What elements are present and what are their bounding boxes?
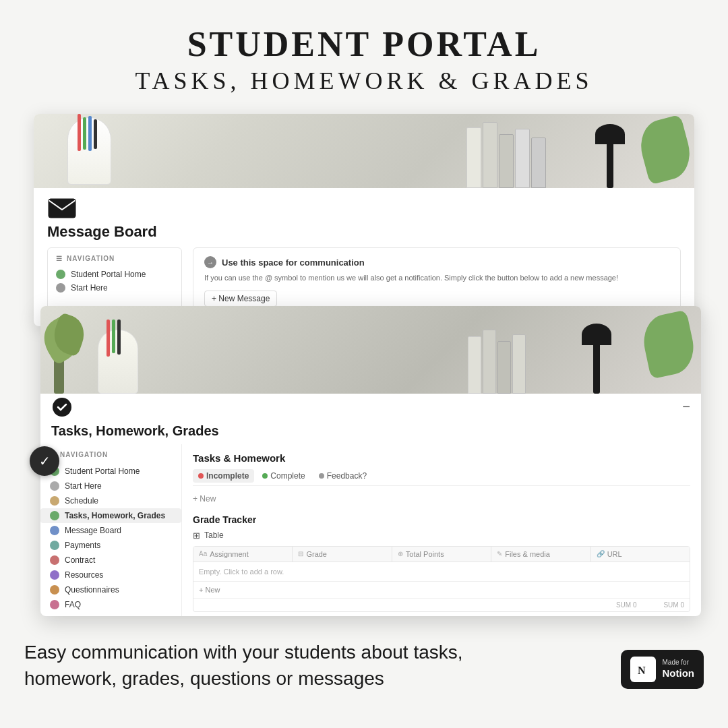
main-subtitle: TASKS, HOMEWORK & GRADES xyxy=(13,67,715,95)
card2-nav-header: ☰ NAVIGATION xyxy=(40,451,181,464)
svg-rect-0 xyxy=(49,199,75,218)
card1-icon-area xyxy=(34,188,694,220)
table-label: ⊞ Table xyxy=(193,530,690,541)
nav2-icon-messages xyxy=(50,526,59,535)
add-table-row[interactable]: + New xyxy=(193,582,690,598)
tabs-row: Incomplete Complete Feedback? xyxy=(193,469,690,486)
card2-title-row: − xyxy=(40,394,701,423)
th-files: ✎ Files & media xyxy=(491,547,590,562)
tab-complete[interactable]: Complete xyxy=(257,469,310,483)
tab-dot-feedback xyxy=(319,473,324,479)
tasks-section-title: Tasks & Homework xyxy=(193,452,690,464)
th-total-points: ⊕ Total Points xyxy=(392,547,491,562)
card2-banner xyxy=(40,306,701,394)
message-panel: → Use this space for communication If yo… xyxy=(193,247,681,315)
tasks-checkmark-icon xyxy=(51,396,73,418)
card2-nav: ☰ NAVIGATION Student Portal Home Start H… xyxy=(40,444,182,616)
nav2-icon-start xyxy=(50,481,59,491)
nav2-item-resources[interactable]: Resources xyxy=(40,568,181,582)
checkmark-badge: ✓ xyxy=(30,446,59,476)
nav2-item-schedule[interactable]: Schedule xyxy=(40,493,181,508)
nav2-item-payments[interactable]: Payments xyxy=(40,538,181,553)
message-board-card: Message Board ☰ NAVIGATION Student Porta… xyxy=(34,114,694,326)
message-header: → Use this space for communication xyxy=(204,256,669,268)
bottom-section: Easy communication with your students ab… xyxy=(0,623,728,692)
tasks-card: − Tasks, Homework, Grades ☰ NAVIGATION S… xyxy=(40,306,701,616)
nav2-icon-payments xyxy=(50,541,59,550)
nav-item-start[interactable]: Start Here xyxy=(56,281,173,295)
tasks-page-title: Tasks, Homework, Grades xyxy=(51,423,219,439)
nav-icon-home xyxy=(56,270,65,279)
nav2-icon-faq xyxy=(50,600,59,609)
arrow-icon: → xyxy=(204,256,216,268)
table-empty-row[interactable]: Empty. Click to add a row. xyxy=(193,562,690,582)
notion-logo: N xyxy=(630,657,656,682)
grade-table: Aa Assignment ⊟ Grade ⊕ Total Points xyxy=(193,546,690,612)
svg-point-2 xyxy=(53,398,71,417)
nav-header: ☰ NAVIGATION xyxy=(56,255,173,262)
tab-dot-complete xyxy=(262,473,268,479)
grade-tracker-title: Grade Tracker xyxy=(193,514,690,525)
th-url: 🔗 URL xyxy=(591,547,690,562)
nav2-item-start[interactable]: Start Here xyxy=(40,479,181,493)
nav2-icon-contract xyxy=(50,555,59,565)
page-header: STUDENT PORTAL TASKS, HOMEWORK & GRADES xyxy=(0,0,728,114)
new-task-row[interactable]: + New xyxy=(193,491,690,506)
nav2-icon-tasks xyxy=(50,511,59,520)
card2-body: ☰ NAVIGATION Student Portal Home Start H… xyxy=(40,444,701,616)
nav2-icon-questionnaires xyxy=(50,585,59,595)
minimize-button[interactable]: − xyxy=(682,399,690,415)
svg-text:N: N xyxy=(638,665,646,676)
nav2-item-home[interactable]: Student Portal Home xyxy=(40,464,181,479)
bottom-text: Easy communication with your students ab… xyxy=(24,639,463,692)
made-for-text: Made for Notion xyxy=(663,658,694,680)
nav2-item-faq[interactable]: FAQ xyxy=(40,597,181,612)
envelope-icon xyxy=(47,195,77,220)
nav2-item-messages[interactable]: Message Board xyxy=(40,523,181,538)
new-message-button[interactable]: + New Message xyxy=(204,291,277,307)
grade-table-header: Aa Assignment ⊟ Grade ⊕ Total Points xyxy=(193,547,690,562)
card1-banner xyxy=(34,114,694,188)
card2-main-content: Tasks & Homework Incomplete Complete xyxy=(182,444,701,616)
tab-incomplete[interactable]: Incomplete xyxy=(193,469,254,483)
nav2-item-contract[interactable]: Contract xyxy=(40,553,181,568)
made-for-notion-badge: N Made for Notion xyxy=(621,650,704,689)
nav-item-home[interactable]: Student Portal Home xyxy=(56,268,173,281)
message-body: If you can use the @ symbol to mention u… xyxy=(204,272,669,284)
nav2-item-tasks[interactable]: Tasks, Homework, Grades xyxy=(40,508,181,523)
th-assignment: Aa Assignment xyxy=(193,547,293,562)
sum-row: SUM 0 SUM 0 xyxy=(193,598,690,611)
cards-container: Message Board ☰ NAVIGATION Student Porta… xyxy=(0,114,728,616)
card1-title: Message Board xyxy=(34,220,694,247)
nav-icon-start xyxy=(56,283,65,293)
card1-nav-panel: ☰ NAVIGATION Student Portal Home Start H… xyxy=(47,247,182,315)
tab-feedback[interactable]: Feedback? xyxy=(313,469,372,483)
tasks-card-wrapper: ✓ xyxy=(40,306,701,616)
nav2-item-questionnaires[interactable]: Questionnaires xyxy=(40,582,181,597)
th-grade: ⊟ Grade xyxy=(293,547,392,562)
main-title: STUDENT PORTAL xyxy=(13,24,715,64)
nav2-icon-schedule xyxy=(50,496,59,506)
tab-dot-incomplete xyxy=(198,473,204,479)
nav2-icon-resources xyxy=(50,570,59,580)
